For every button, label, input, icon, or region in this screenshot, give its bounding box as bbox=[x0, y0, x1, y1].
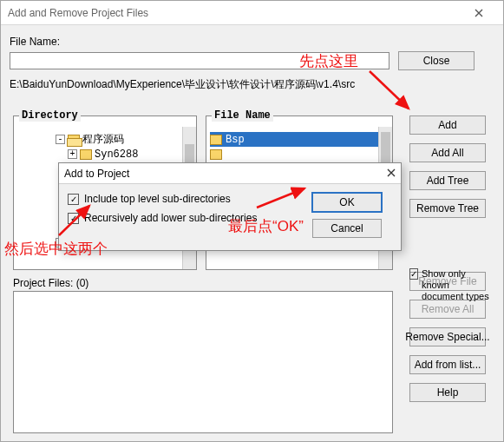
main-window: Add and Remove Project Files File Name: … bbox=[0, 0, 504, 442]
expand-icon[interactable]: + bbox=[68, 149, 77, 159]
close-button[interactable]: Close bbox=[398, 51, 475, 70]
project-files-list[interactable] bbox=[13, 291, 393, 433]
recursive-checkbox[interactable]: ✓ bbox=[68, 213, 79, 224]
file-name-label: File Name: bbox=[10, 36, 60, 48]
titlebar: Add and Remove Project Files bbox=[1, 1, 503, 25]
include-top-level-checkbox[interactable]: ✓ bbox=[68, 194, 79, 205]
tree-node[interactable]: -程序源码 bbox=[19, 132, 193, 147]
include-top-level-label: Include top level sub-directories bbox=[84, 193, 231, 205]
list-item[interactable]: Bsp bbox=[210, 132, 389, 147]
add-from-list-button[interactable]: Add from list... bbox=[409, 355, 486, 374]
show-only-known-label: Show only known document types bbox=[422, 268, 493, 303]
path-display: E:\BaiduYunDownload\MyExperience\毕业设计\软件… bbox=[10, 78, 355, 90]
help-button[interactable]: Help bbox=[409, 383, 486, 402]
tree-node-label: 程序源码 bbox=[82, 132, 124, 147]
tree-node-label: Syn6288 bbox=[95, 148, 138, 161]
ok-button[interactable]: OK bbox=[312, 193, 382, 212]
folder-icon bbox=[210, 135, 222, 145]
remove-tree-button[interactable]: Remove Tree bbox=[409, 199, 486, 218]
add-tree-button[interactable]: Add Tree bbox=[409, 171, 486, 190]
list-item[interactable] bbox=[210, 147, 389, 162]
add-all-button[interactable]: Add All bbox=[409, 143, 486, 162]
folder-icon bbox=[68, 135, 80, 145]
list-item-label: Bsp bbox=[226, 134, 245, 146]
modal-title: Add to Project bbox=[64, 168, 129, 180]
window-title: Add and Remove Project Files bbox=[8, 7, 148, 19]
add-to-project-dialog: Add to Project ✓ Include top level sub-d… bbox=[58, 162, 402, 251]
expand-icon[interactable]: - bbox=[56, 135, 65, 144]
folder-icon bbox=[80, 149, 92, 160]
file-name-input[interactable] bbox=[10, 52, 389, 69]
directory-legend: Directory bbox=[19, 109, 81, 122]
modal-close-icon[interactable] bbox=[387, 168, 396, 180]
folder-icon bbox=[210, 149, 222, 160]
cancel-button[interactable]: Cancel bbox=[312, 219, 382, 238]
file-legend: File Name bbox=[212, 109, 273, 122]
show-only-known-checkbox[interactable]: ✓ bbox=[409, 268, 418, 280]
tree-node[interactable]: +Syn6288 bbox=[19, 147, 193, 162]
close-window-icon[interactable] bbox=[461, 4, 496, 22]
remove-special-button[interactable]: Remove Special... bbox=[409, 327, 486, 346]
project-files-label: Project Files: (0) bbox=[13, 277, 88, 289]
add-button[interactable]: Add bbox=[409, 115, 486, 135]
recursive-label: Recursively add lower sub-directories bbox=[84, 212, 257, 224]
